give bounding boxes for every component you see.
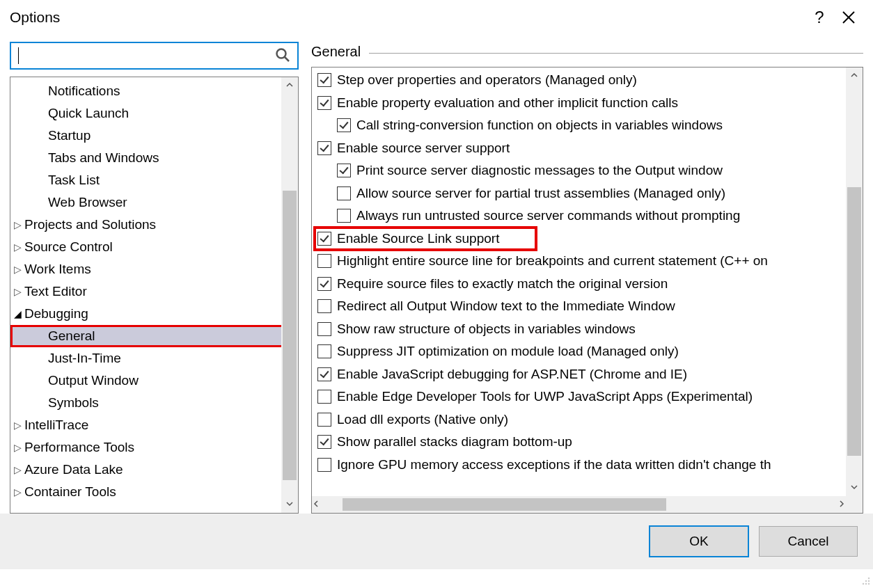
option-row[interactable]: Redirect all Output Window text to the I…: [317, 295, 863, 318]
tree-item[interactable]: ▷Azure Data Lake: [10, 459, 298, 481]
checkbox[interactable]: [317, 299, 331, 313]
window-title: Options: [10, 9, 60, 26]
checkbox[interactable]: [317, 73, 331, 87]
tree-item[interactable]: Output Window: [10, 370, 298, 392]
options-panel: Step over properties and operators (Mana…: [312, 67, 863, 476]
close-icon: [842, 10, 856, 24]
option-row[interactable]: Allow source server for partial trust as…: [317, 182, 863, 205]
option-label: Enable JavaScript debugging for ASP.NET …: [337, 363, 687, 386]
checkbox[interactable]: [317, 413, 331, 427]
tree-item[interactable]: Startup: [10, 125, 298, 147]
option-row[interactable]: Suppress JIT optimization on module load…: [317, 340, 863, 363]
option-label: Suppress JIT optimization on module load…: [337, 340, 679, 363]
tree-item-label: Debugging: [24, 303, 88, 325]
option-label: Enable property evaluation and other imp…: [337, 92, 678, 115]
tree-scrollbar[interactable]: [281, 77, 298, 513]
scroll-up-icon[interactable]: [846, 67, 863, 84]
cancel-button[interactable]: Cancel: [759, 526, 858, 557]
tree-item[interactable]: ▷Work Items: [10, 258, 298, 280]
option-row[interactable]: Call string-conversion function on objec…: [317, 114, 863, 137]
tree-item-label: Container Tools: [24, 481, 116, 503]
option-row[interactable]: Require source files to exactly match th…: [317, 273, 863, 296]
resize-grip-icon[interactable]: [859, 574, 872, 587]
tree-item-label: General: [48, 325, 95, 347]
checkbox[interactable]: [317, 367, 331, 381]
tree-item[interactable]: Tabs and Windows: [10, 147, 298, 169]
ok-button[interactable]: OK: [649, 525, 749, 557]
tree-item[interactable]: ▷Text Editor: [10, 280, 298, 303]
tree-item[interactable]: Task List: [10, 169, 298, 191]
option-label: Highlight entire source line for breakpo…: [337, 250, 768, 273]
checkbox[interactable]: [337, 186, 351, 200]
scroll-thumb[interactable]: [343, 498, 667, 511]
option-label: Call string-conversion function on objec…: [356, 114, 723, 137]
checkbox[interactable]: [317, 141, 331, 155]
tree-item-label: Notifications: [48, 80, 120, 102]
tree-item[interactable]: Just-In-Time: [10, 347, 298, 370]
option-row[interactable]: Enable property evaluation and other imp…: [317, 92, 863, 115]
option-row[interactable]: Step over properties and operators (Mana…: [317, 69, 863, 92]
close-button[interactable]: [834, 10, 863, 24]
search-icon: [275, 47, 290, 65]
checkbox[interactable]: [317, 322, 331, 336]
tree-item-label: Projects and Solutions: [24, 214, 156, 236]
scroll-down-icon[interactable]: [846, 479, 863, 496]
scroll-up-icon[interactable]: [281, 77, 298, 94]
search-input[interactable]: [10, 42, 299, 70]
checkbox[interactable]: [317, 277, 331, 291]
expand-icon: ▷: [12, 414, 23, 436]
checkbox[interactable]: [337, 118, 351, 132]
help-button[interactable]: ?: [805, 3, 834, 32]
tree-item-label: Azure Data Lake: [24, 459, 123, 481]
tree-item[interactable]: Symbols: [10, 392, 298, 414]
svg-point-9: [868, 583, 870, 585]
option-row[interactable]: Show raw structure of objects in variabl…: [317, 318, 863, 341]
checkbox[interactable]: [337, 164, 351, 177]
expand-icon: ▷: [12, 214, 23, 236]
option-row[interactable]: Enable Source Link support: [315, 228, 536, 251]
checkbox[interactable]: [317, 458, 331, 472]
options-hscrollbar[interactable]: [312, 496, 846, 513]
svg-line-3: [285, 57, 289, 61]
option-row[interactable]: Enable source server support: [317, 137, 863, 160]
checkbox[interactable]: [317, 435, 331, 449]
option-label: Load dll exports (Native only): [337, 408, 508, 431]
tree-item[interactable]: Notifications: [10, 80, 298, 102]
option-label: Print source server diagnostic messages …: [356, 159, 723, 182]
tree-item[interactable]: Quick Launch: [10, 102, 298, 125]
option-label: Enable Edge Developer Tools for UWP Java…: [337, 386, 753, 408]
tree-item[interactable]: General: [10, 325, 298, 347]
tree-item[interactable]: ▷Container Tools: [10, 481, 298, 503]
tree-item[interactable]: Web Browser: [10, 191, 298, 214]
tree-item[interactable]: ▷Performance Tools: [10, 436, 298, 459]
expand-icon: ▷: [12, 459, 23, 481]
option-row[interactable]: Enable Edge Developer Tools for UWP Java…: [317, 386, 863, 408]
scroll-thumb[interactable]: [283, 191, 297, 480]
options-vscrollbar[interactable]: [846, 67, 863, 496]
category-tree[interactable]: NotificationsQuick LaunchStartupTabs and…: [10, 77, 298, 513]
scroll-thumb[interactable]: [847, 187, 861, 456]
option-row[interactable]: Ignore GPU memory access exceptions if t…: [317, 454, 863, 477]
section-header: General: [311, 42, 863, 61]
tree-item[interactable]: ◢Debugging: [10, 303, 298, 325]
checkbox[interactable]: [317, 344, 331, 358]
scroll-right-icon[interactable]: [837, 496, 846, 513]
tree-item[interactable]: ▷Projects and Solutions: [10, 214, 298, 236]
tree-item[interactable]: ▷Source Control: [10, 236, 298, 258]
option-row[interactable]: Always run untrusted source server comma…: [317, 205, 863, 228]
option-row[interactable]: Highlight entire source line for breakpo…: [317, 250, 863, 273]
option-row[interactable]: Load dll exports (Native only): [317, 408, 863, 431]
expand-icon: ▷: [12, 236, 23, 258]
option-row[interactable]: Show parallel stacks diagram bottom-up: [317, 431, 863, 454]
checkbox[interactable]: [317, 232, 331, 246]
option-label: Always run untrusted source server comma…: [356, 205, 740, 228]
checkbox[interactable]: [337, 209, 351, 223]
scroll-down-icon[interactable]: [281, 496, 298, 513]
tree-item[interactable]: ▷IntelliTrace: [10, 414, 298, 436]
option-row[interactable]: Print source server diagnostic messages …: [317, 159, 863, 182]
option-row[interactable]: Enable JavaScript debugging for ASP.NET …: [317, 363, 863, 386]
checkbox[interactable]: [317, 96, 331, 110]
checkbox[interactable]: [317, 390, 331, 404]
scroll-left-icon[interactable]: [312, 496, 320, 513]
checkbox[interactable]: [317, 254, 331, 268]
